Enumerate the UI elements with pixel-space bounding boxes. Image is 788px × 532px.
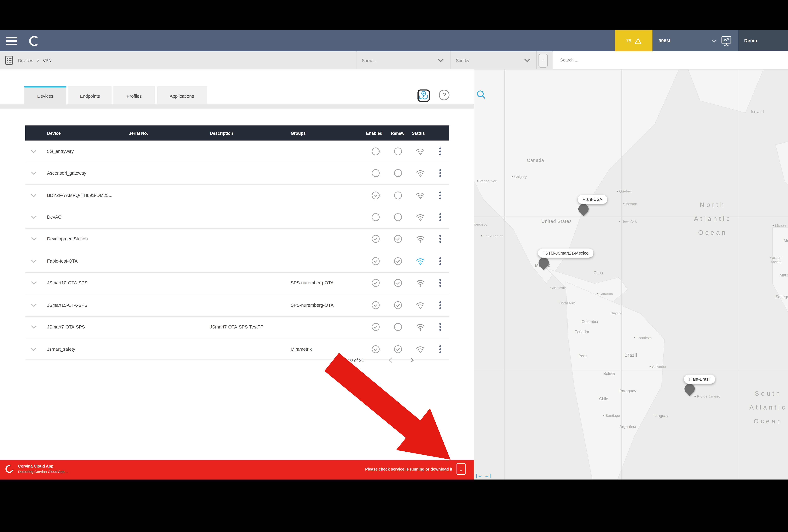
renew-toggle-icon[interactable] xyxy=(394,169,402,177)
table-row[interactable]: DevAG xyxy=(25,206,449,229)
table-row[interactable]: JSmart15-OTA-SPSSPS-nuremberg-OTA xyxy=(25,294,449,316)
breadcrumb: Devices > VPN xyxy=(18,51,52,70)
table-row[interactable]: JSmart10-OTA-SPSSPS-nuremberg-OTA xyxy=(25,272,449,294)
download-button[interactable]: ↓ xyxy=(457,463,466,475)
enabled-toggle-icon[interactable] xyxy=(372,191,380,199)
table-row[interactable]: 5G_entryway xyxy=(25,141,449,162)
enabled-toggle-icon[interactable] xyxy=(372,147,380,155)
row-expand-chevron-icon[interactable] xyxy=(31,171,37,175)
device-name-cell: Jsmart_safety xyxy=(47,346,75,352)
tab-devices[interactable]: Devices xyxy=(24,86,66,104)
chevron-down-icon xyxy=(524,58,530,62)
banner-message: Please check service is running or downl… xyxy=(365,467,452,471)
row-menu-kebab-icon[interactable] xyxy=(439,301,441,310)
sort-dropdown-label: Sort by: xyxy=(456,58,470,62)
enabled-toggle-icon[interactable] xyxy=(372,169,380,177)
data-usage-value: 996M xyxy=(658,38,670,43)
renew-toggle-icon[interactable] xyxy=(394,345,402,353)
tab-endpoints[interactable]: Endpoints xyxy=(68,86,112,104)
table-row[interactable]: DevelopmentStation xyxy=(25,229,449,250)
table-row[interactable]: Ascensori_gateway xyxy=(25,162,449,184)
device-name-cell: 5G_entryway xyxy=(47,149,74,154)
map-marker-label[interactable]: Plant-USA xyxy=(578,195,607,204)
column-header-enabled: Enabled xyxy=(366,131,382,135)
renew-toggle-icon[interactable] xyxy=(394,323,402,331)
search-input[interactable] xyxy=(559,57,742,63)
table-row[interactable]: JSmart7-OTA-SPSJSmart7-OTA-SPS-TestFF xyxy=(25,316,449,338)
enabled-toggle-icon[interactable] xyxy=(372,279,380,287)
sort-direction-button[interactable]: ↑ xyxy=(538,51,548,70)
row-menu-kebab-icon[interactable] xyxy=(439,323,441,331)
device-name-cell: Fabio-test-OTA xyxy=(47,258,78,264)
map-place-label: Santiago xyxy=(603,414,620,417)
map-marker-label[interactable]: Plant-Brasil xyxy=(684,375,715,383)
map-toggle-button[interactable] xyxy=(417,89,430,102)
renew-toggle-icon[interactable] xyxy=(394,301,402,309)
alerts-badge[interactable]: 78 xyxy=(615,30,652,51)
renew-toggle-icon[interactable] xyxy=(394,235,402,243)
column-header-description: Description xyxy=(210,131,233,135)
help-button[interactable]: ? xyxy=(438,89,450,101)
row-expand-chevron-icon[interactable] xyxy=(31,259,37,263)
pagination-next-button[interactable] xyxy=(410,357,414,364)
table-row[interactable]: Fabio-test-OTA xyxy=(25,251,449,272)
renew-toggle-icon[interactable] xyxy=(394,191,402,199)
row-expand-chevron-icon[interactable] xyxy=(31,281,37,285)
enabled-toggle-icon[interactable] xyxy=(372,301,380,309)
device-name-cell: DevelopmentStation xyxy=(47,236,87,242)
row-menu-kebab-icon[interactable] xyxy=(439,345,441,353)
row-menu-kebab-icon[interactable] xyxy=(439,257,441,265)
row-menu-kebab-icon[interactable] xyxy=(439,169,441,177)
row-expand-chevron-icon[interactable] xyxy=(31,237,37,241)
enabled-toggle-icon[interactable] xyxy=(372,323,380,331)
row-expand-chevron-icon[interactable] xyxy=(31,150,37,153)
tab-profiles[interactable]: Profiles xyxy=(113,86,155,104)
renew-toggle-icon[interactable] xyxy=(394,147,402,155)
map-place-label: Cuba xyxy=(593,271,603,275)
pagination-prev-button[interactable] xyxy=(388,357,393,364)
tab-applications[interactable]: Applications xyxy=(157,86,207,104)
map-place-label: Lisbon xyxy=(772,224,786,228)
row-expand-chevron-icon[interactable] xyxy=(31,325,37,329)
menu-button[interactable] xyxy=(0,30,23,51)
chevron-down-icon xyxy=(711,39,717,43)
enabled-toggle-icon[interactable] xyxy=(372,213,380,221)
map-panel[interactable]: IcelandSwedenFinlandNorwayCanadaDenmarkE… xyxy=(474,70,788,479)
letterbox-bottom xyxy=(0,479,788,532)
map-pan-history-buttons[interactable]: |← →| xyxy=(476,473,491,478)
row-expand-chevron-icon[interactable] xyxy=(31,303,37,307)
row-expand-chevron-icon[interactable] xyxy=(31,215,37,219)
show-dropdown[interactable]: Show ... xyxy=(356,51,450,70)
map-place-label: Francisco xyxy=(474,222,488,226)
row-expand-chevron-icon[interactable] xyxy=(31,347,37,351)
sort-dropdown[interactable]: Sort by: xyxy=(450,51,536,70)
renew-toggle-icon[interactable] xyxy=(394,279,402,287)
renew-toggle-icon[interactable] xyxy=(394,213,402,221)
table-header: DeviceSerial No.DescriptionGroupsEnabled… xyxy=(25,125,449,141)
enabled-toggle-icon[interactable] xyxy=(372,345,380,353)
breadcrumb-root[interactable]: Devices xyxy=(18,58,33,62)
row-menu-kebab-icon[interactable] xyxy=(439,191,441,199)
row-menu-kebab-icon[interactable] xyxy=(439,147,441,156)
organization-dropdown[interactable]: Demo xyxy=(738,30,788,51)
map-marker-label[interactable]: TSTM-JSmart21-Mexico xyxy=(538,249,593,258)
row-menu-kebab-icon[interactable] xyxy=(439,213,441,221)
table-row[interactable]: BDYZF-7AMFQ-HH89S-DM25... xyxy=(25,184,449,206)
row-menu-kebab-icon[interactable] xyxy=(439,235,441,243)
device-name-cell: JSmart10-OTA-SPS xyxy=(47,280,87,286)
tab-bar: DevicesEndpointsProfilesApplications xyxy=(24,86,207,104)
map-search-icon[interactable] xyxy=(476,90,486,99)
row-expand-chevron-icon[interactable] xyxy=(31,193,37,197)
table-row[interactable]: Jsmart_safetyMirametrix xyxy=(25,338,449,360)
device-name-cell: JSmart7-OTA-SPS xyxy=(47,324,85,330)
view-grid-button[interactable] xyxy=(5,51,14,70)
map-place-label: Costa Rica xyxy=(559,301,575,304)
data-usage-dropdown[interactable]: 996M xyxy=(652,30,738,51)
row-menu-kebab-icon[interactable] xyxy=(439,279,441,287)
monitor-icon[interactable] xyxy=(721,35,732,46)
enabled-toggle-icon[interactable] xyxy=(372,235,380,243)
renew-toggle-icon[interactable] xyxy=(394,257,402,265)
map-place-label: Chile xyxy=(599,397,608,401)
enabled-toggle-icon[interactable] xyxy=(372,257,380,265)
breadcrumb-current: VPN xyxy=(43,58,52,62)
